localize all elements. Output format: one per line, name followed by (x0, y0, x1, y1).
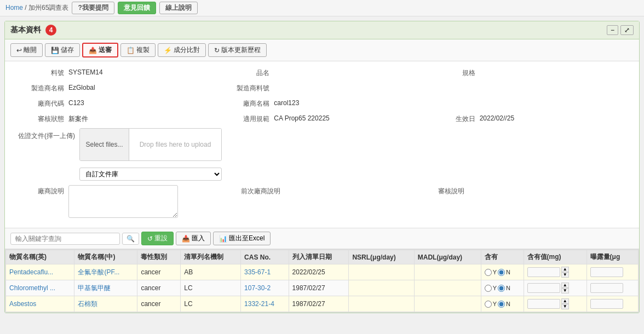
col-manufacturer-part: 製造商料號 (219, 82, 630, 93)
select-files-button[interactable]: Select files... (80, 129, 129, 160)
composition-icon: ⚡ (164, 47, 172, 54)
name-en-link[interactable]: Pentadecaflu... (9, 268, 53, 276)
review-status-label: 審核狀態 (14, 113, 68, 124)
copy-button[interactable]: 📋 複製 (120, 43, 156, 57)
value-input[interactable] (527, 283, 560, 293)
online-help-button[interactable]: 線上說明 (159, 2, 198, 14)
cas-link[interactable]: 107-30-2 (244, 284, 271, 292)
spinner-container: ▲ ▼ (527, 298, 583, 309)
reset-button[interactable]: ↺ 重設 (141, 232, 174, 245)
doc-label: 佐證文件(擇一上傳) (14, 128, 79, 141)
contains-y-radio[interactable] (485, 285, 492, 292)
search-icon: 🔍 (127, 235, 135, 243)
contains-n-label: N (506, 285, 510, 291)
name-en-link[interactable]: Chloromethyl ... (9, 284, 55, 292)
feedback-button[interactable]: 意見回饋 (118, 2, 156, 14)
col-vendor-code: 廠商代碼 C123 (14, 97, 219, 108)
version-button[interactable]: ↻ 版本更新歷程 (208, 43, 267, 57)
cell-nsrl (349, 280, 414, 296)
cell-mechanism: LC (181, 296, 241, 312)
spinner-down-button[interactable]: ▼ (561, 304, 569, 309)
send-review-button[interactable]: 📤 送審 (82, 43, 118, 57)
spinner-down-button[interactable]: ▼ (561, 288, 569, 293)
minimize-button[interactable]: − (607, 25, 618, 35)
review-note-label: 審核說明 (425, 185, 469, 196)
name-zh-link[interactable]: 甲基氯甲醚 (78, 284, 111, 292)
close-button[interactable]: ↩ 離開 (10, 43, 43, 57)
table-row: Chloromethyl ... 甲基氯甲醚 cancer LC 107-30-… (6, 280, 639, 296)
vendor-name-value: carol123 (274, 97, 340, 107)
panel-controls: − ⤢ (607, 25, 634, 35)
col-header-list-date: 列入清單日期 (289, 250, 349, 264)
col-review-note: 審核說明 (425, 185, 630, 196)
col-header-toxicity: 毒性類別 (137, 250, 181, 264)
contains-y-radio[interactable] (485, 301, 492, 308)
vendor-note-input[interactable] (68, 185, 178, 218)
spinner-container: ▲ ▼ (527, 267, 583, 278)
cas-link[interactable]: 1332-21-4 (244, 300, 274, 308)
cell-value: ▲ ▼ (524, 296, 586, 312)
col-material-no: 料號 SYSTEM14 (14, 67, 219, 78)
toolbar: ↩ 離開 💾 儲存 📤 送審 📋 複製 ⚡ 成分比對 ↻ 版本更新歷程 (5, 39, 639, 61)
name-zh-link[interactable]: 全氟辛酸(PF... (78, 268, 119, 276)
row-notes: 廠商說明 前次廠商說明 審核說明 (14, 185, 630, 218)
contains-n-label: N (506, 301, 510, 307)
dropdown-container: 自訂文件庫 (79, 164, 222, 181)
import-icon: 📥 (182, 235, 190, 243)
search-input[interactable] (10, 233, 120, 245)
version-label: 版本更新歷程 (221, 45, 261, 55)
cell-toxicity: cancer (137, 264, 181, 280)
table-row: Asbestos 石棉類 cancer LC 1332-21-4 1987/02… (6, 296, 639, 312)
spec-label: 規格 (425, 67, 480, 78)
contains-n-radio[interactable] (498, 269, 505, 276)
home-link[interactable]: Home (5, 4, 23, 11)
vendor-name-label: 廠商名稱 (219, 97, 274, 108)
name-zh-link[interactable]: 石棉類 (78, 300, 97, 308)
search-button[interactable]: 🔍 (122, 233, 139, 245)
manufacturer-label: 製造商名稱 (14, 82, 68, 93)
panel-badge: 4 (45, 25, 56, 36)
cell-contains: Y N (481, 264, 524, 280)
spinner-buttons: ▲ ▼ (561, 267, 569, 278)
expand-button[interactable]: ⤢ (620, 25, 634, 35)
panel-title: 基本資料 (10, 25, 41, 35)
top-nav: Home / 加州65調查表 ?我要提問 意見回饋 線上說明 (0, 0, 644, 16)
spinner-up-button[interactable]: ▲ (561, 283, 569, 288)
spinner-up-button[interactable]: ▲ (561, 298, 569, 304)
table-row: Pentadecaflu... 全氟辛酸(PF... cancer AB 335… (6, 264, 639, 280)
name-en-link[interactable]: Asbestos (9, 300, 36, 308)
reset-icon: ↺ (147, 235, 153, 243)
cell-value: ▲ ▼ (524, 264, 586, 280)
cell-name-zh: 甲基氯甲醚 (74, 280, 137, 296)
cell-name-en: Asbestos (6, 296, 74, 312)
send-label: 送審 (99, 45, 112, 55)
import-button[interactable]: 📥 匯入 (176, 232, 211, 245)
doc-type-dropdown[interactable]: 自訂文件庫 (79, 168, 222, 181)
question-button[interactable]: ?我要提問 (72, 2, 114, 14)
cas-link[interactable]: 335-67-1 (244, 268, 271, 276)
save-button[interactable]: 💾 儲存 (45, 43, 80, 57)
spinner-down-button[interactable]: ▼ (561, 272, 569, 278)
breadcrumb-current: 加州65調查表 (28, 4, 68, 11)
contains-n-radio[interactable] (498, 301, 505, 308)
exposure-input[interactable] (590, 299, 623, 309)
spinner-up-button[interactable]: ▲ (561, 267, 569, 272)
search-bar: 🔍 ↺ 重設 📥 匯入 📊 匯出至Excel (5, 228, 639, 249)
prev-vendor-note-label: 前次廠商說明 (219, 185, 285, 196)
vendor-code-label: 廠商代碼 (14, 97, 68, 108)
value-input[interactable] (527, 299, 560, 309)
cell-list-date: 1987/02/27 (289, 296, 349, 312)
exposure-input[interactable] (590, 283, 623, 293)
spinner-container: ▲ ▼ (527, 283, 583, 293)
composition-button[interactable]: ⚡ 成分比對 (158, 43, 206, 57)
value-input[interactable] (527, 267, 560, 277)
main-panel: 基本資料 4 − ⤢ ↩ 離開 💾 儲存 📤 送審 📋 複製 ⚡ 成分比對 (4, 21, 640, 313)
contains-n-radio[interactable] (498, 285, 505, 292)
cell-nsrl (349, 296, 414, 312)
exposure-input[interactable] (590, 267, 623, 277)
contains-y-radio[interactable] (485, 269, 492, 276)
export-excel-button[interactable]: 📊 匯出至Excel (213, 232, 271, 245)
manufacturer-part-label: 製造商料號 (219, 82, 274, 93)
composition-label: 成分比對 (174, 45, 200, 55)
col-header-name-en: 物質名稱(英) (6, 250, 74, 264)
